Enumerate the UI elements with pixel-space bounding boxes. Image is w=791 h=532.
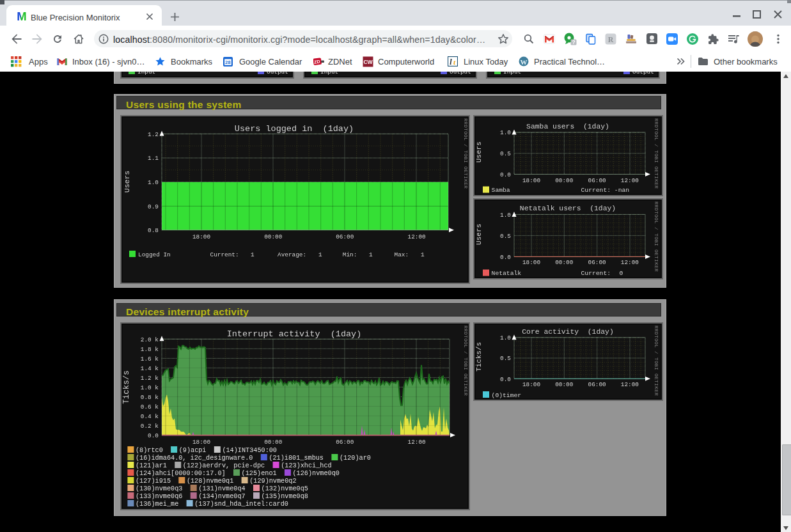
svg-text:0.0: 0.0: [500, 171, 511, 178]
svg-text:2.0 k: 2.0 k: [141, 336, 159, 343]
svg-text:1.0: 1.0: [500, 212, 511, 219]
svg-text:CW: CW: [363, 59, 373, 65]
svg-text:Input: Input: [320, 72, 338, 75]
svg-text:1.0: 1.0: [500, 129, 511, 136]
svg-text:(137)snd_hda_intel:card0: (137)snd_hda_intel:card0: [194, 501, 288, 508]
svg-text:Users logged in (1day): Users logged in (1day): [235, 124, 354, 134]
svg-text:(120)ar0: (120)ar0: [340, 455, 371, 462]
svg-text:(134)nvme0q7: (134)nvme0q7: [198, 493, 245, 500]
svg-text:00:00: 00:00: [555, 259, 574, 266]
svg-text:18:00: 18:00: [192, 233, 211, 240]
svg-text:18:00: 18:00: [522, 177, 541, 184]
svg-text:Output: Output: [267, 72, 288, 75]
svg-text:1.6 k: 1.6 k: [141, 356, 159, 363]
svg-text:Ticks/s: Ticks/s: [122, 370, 131, 404]
svg-text:12:00: 12:00: [621, 381, 639, 388]
svg-text:1.2: 1.2: [148, 131, 159, 138]
svg-text:(0)timer: (0)timer: [492, 392, 522, 399]
svg-text:Current:: Current:: [210, 251, 239, 258]
svg-text:1: 1: [318, 251, 322, 258]
svg-text:Netatalk: Netatalk: [492, 270, 522, 277]
svg-text:(136)mei_me: (136)mei_me: [136, 501, 178, 508]
svg-text:(127)i915: (127)i915: [136, 478, 171, 485]
svg-text:(135)nvme0q8: (135)nvme0q8: [262, 493, 308, 500]
svg-text:0.8: 0.8: [148, 227, 159, 234]
svg-text:Core activity (1day): Core activity (1day): [522, 328, 614, 336]
svg-text:06:00: 06:00: [336, 439, 354, 446]
svg-text:RRDTOOL / TOBI OETIKER: RRDTOOL / TOBI OETIKER: [654, 118, 659, 189]
svg-text:(128)nvme0q1: (128)nvme0q1: [187, 478, 233, 485]
svg-text:1.0 k: 1.0 k: [141, 384, 159, 391]
svg-text:Samba: Samba: [492, 187, 510, 194]
svg-text:1: 1: [421, 251, 425, 258]
svg-text:W: W: [521, 58, 528, 66]
svg-text:Output: Output: [632, 72, 654, 75]
svg-text:(133)nvme0q6: (133)nvme0q6: [136, 493, 182, 500]
svg-text:1.0: 1.0: [148, 179, 159, 186]
svg-text:00:00: 00:00: [264, 233, 283, 240]
svg-text:M: M: [17, 11, 26, 21]
svg-text:(122)aerdrv, pcie-dpc: (122)aerdrv, pcie-dpc: [183, 462, 265, 469]
svg-text:(16)idma64.0, i2c_designware.0: (16)idma64.0, i2c_designware.0: [136, 455, 253, 462]
svg-text:06:00: 06:00: [588, 381, 607, 388]
svg-text:RRDTOOL / TOBI OETIKER: RRDTOOL / TOBI OETIKER: [654, 325, 659, 396]
svg-text:(21)i801_smbus: (21)i801_smbus: [269, 455, 324, 462]
svg-text:(130)nvme0q3: (130)nvme0q3: [136, 485, 182, 492]
svg-text:0.6 k: 0.6 k: [141, 403, 159, 411]
svg-text:1: 1: [369, 251, 373, 258]
svg-text:(131)nvme0q4: (131)nvme0q4: [198, 485, 245, 492]
svg-text:0.5: 0.5: [500, 150, 511, 157]
svg-text:0.5: 0.5: [500, 355, 511, 362]
svg-text:(125)eno1: (125)eno1: [242, 470, 277, 477]
svg-text:0.0: 0.0: [500, 376, 511, 383]
svg-text:RRDTOOL / TOBI OETIKER: RRDTOOL / TOBI OETIKER: [654, 201, 659, 272]
svg-text:Users: Users: [475, 224, 483, 245]
svg-text:(14)INT3450:00: (14)INT3450:00: [222, 447, 277, 454]
svg-text:Average:: Average:: [278, 251, 306, 258]
svg-text:Current:: Current:: [581, 270, 611, 277]
svg-text:28: 28: [225, 59, 230, 65]
svg-text:00:00: 00:00: [555, 381, 574, 388]
svg-text:(8)rtc0: (8)rtc0: [136, 447, 163, 454]
svg-text:0.4 k: 0.4 k: [141, 413, 159, 420]
svg-text:06:00: 06:00: [588, 259, 607, 266]
svg-text:18:00: 18:00: [522, 259, 541, 266]
svg-text:0.5: 0.5: [500, 233, 511, 240]
svg-text:06:00: 06:00: [588, 177, 607, 184]
svg-text:1.0: 1.0: [500, 334, 511, 341]
svg-text:00:00: 00:00: [264, 439, 283, 446]
svg-text:R: R: [608, 35, 614, 44]
svg-text:18:00: 18:00: [192, 439, 211, 446]
svg-text:Users: Users: [475, 141, 483, 162]
svg-text:RRDTOOL / TOBI OETIKER: RRDTOOL / TOBI OETIKER: [463, 325, 469, 396]
svg-text:(132)nvme0q5: (132)nvme0q5: [262, 485, 308, 492]
svg-text:0: 0: [620, 270, 623, 277]
svg-text:Output: Output: [450, 72, 471, 75]
svg-text:18:00: 18:00: [522, 381, 541, 388]
svg-text:0.0: 0.0: [500, 254, 511, 261]
svg-text:0.0: 0.0: [148, 432, 159, 439]
svg-text:Samba users (1day): Samba users (1day): [526, 123, 609, 130]
svg-text:12:00: 12:00: [408, 439, 427, 446]
svg-text:(124)ahci[0000:00:17.0]: (124)ahci[0000:00:17.0]: [136, 470, 226, 477]
svg-text:?: ?: [572, 39, 575, 45]
svg-text:1.2 k: 1.2 k: [141, 375, 159, 382]
svg-text:Max:: Max:: [395, 251, 409, 258]
svg-text:Min:: Min:: [343, 251, 357, 258]
svg-text:0.2 k: 0.2 k: [141, 423, 159, 430]
svg-text:Interrupt activity (1day): Interrupt activity (1day): [227, 329, 362, 339]
svg-text:RRDTOOL / TOBI OETIKER: RRDTOOL / TOBI OETIKER: [463, 118, 469, 189]
svg-text:(129)nvme0q2: (129)nvme0q2: [249, 478, 296, 485]
svg-text:Input: Input: [503, 72, 521, 75]
svg-text:Current: -nan: Current: -nan: [581, 187, 630, 194]
svg-text:ZD: ZD: [314, 59, 320, 64]
svg-text:00:00: 00:00: [555, 177, 574, 184]
svg-text:1: 1: [251, 251, 255, 258]
svg-text:Netatalk users (1day): Netatalk users (1day): [520, 205, 616, 212]
svg-text:(126)nvme0q0: (126)nvme0q0: [293, 470, 340, 477]
svg-text:0.8 k: 0.8 k: [141, 394, 159, 401]
svg-text:(121)ar1: (121)ar1: [136, 462, 167, 469]
svg-text:Input: Input: [137, 72, 155, 75]
svg-text:(123)xhci_hcd: (123)xhci_hcd: [281, 462, 331, 469]
svg-text:12:00: 12:00: [621, 177, 639, 184]
